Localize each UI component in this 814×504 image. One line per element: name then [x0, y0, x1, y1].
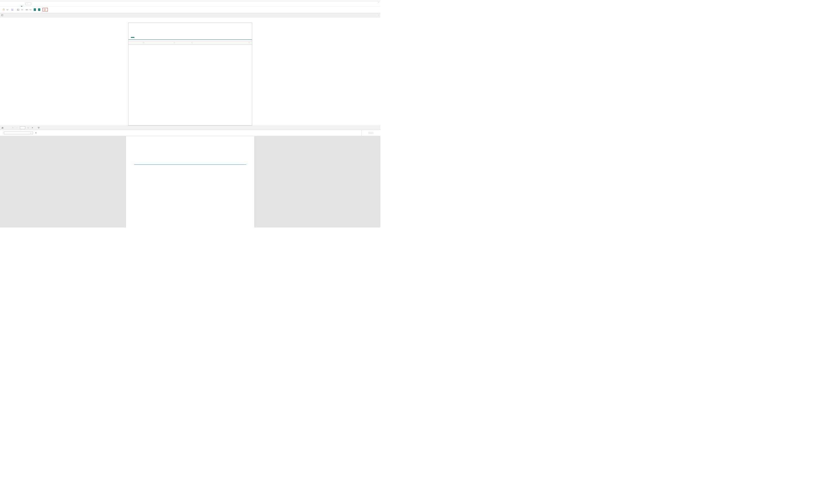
expand-handle-icon[interactable]	[377, 14, 380, 16]
svg-rect-6	[26, 9, 28, 10]
report-col-category	[161, 163, 191, 164]
chart-icon	[1, 127, 3, 129]
tab-view[interactable]	[10, 1, 15, 7]
field-chip-category[interactable]	[174, 42, 176, 43]
view-report-button[interactable]	[368, 132, 374, 134]
show-last-page-checkbox[interactable]	[38, 8, 41, 11]
preview-canvas[interactable]	[0, 136, 380, 228]
mode-button[interactable]	[25, 2, 31, 5]
prev-page-button[interactable]	[16, 126, 18, 129]
menu-tabs	[0, 1, 380, 7]
report-col-opp	[191, 163, 219, 164]
view-report-panel	[361, 130, 380, 136]
field-chip-opp[interactable]	[191, 42, 193, 43]
pager	[12, 126, 33, 129]
field-chip-icon	[191, 42, 193, 43]
field-chip-state[interactable]	[143, 42, 145, 43]
svg-rect-16	[2, 128, 2, 129]
textbox-button[interactable]: A	[11, 8, 15, 11]
checkbox-checked-icon	[38, 8, 40, 11]
svg-rect-14	[191, 42, 193, 43]
preview-page	[126, 136, 254, 228]
show-first-page-checkbox[interactable]	[34, 8, 36, 11]
design-table[interactable]	[128, 40, 252, 44]
tab-home[interactable]	[6, 1, 10, 7]
svg-point-5	[18, 9, 18, 10]
report-col-forecast	[219, 163, 246, 164]
design-page[interactable]	[128, 23, 252, 125]
parameter-bar: ✕	[0, 130, 380, 136]
parameters-button[interactable]	[38, 127, 40, 129]
ribbon-toolbar: A	[0, 7, 380, 13]
report-col-state	[134, 163, 161, 164]
chevron-down-icon	[6, 9, 8, 11]
param-state-dropdown[interactable]	[4, 132, 33, 134]
header-doc-icon	[3, 9, 5, 11]
checkbox-checked-icon	[34, 8, 36, 11]
filter-icon	[38, 127, 40, 129]
pencil-icon	[27, 3, 28, 4]
field-chip-icon	[249, 42, 250, 43]
expand-handle-icon[interactable]	[377, 1, 380, 4]
header-button[interactable]	[2, 8, 9, 11]
chevron-down-icon	[30, 132, 32, 134]
svg-text:A: A	[12, 9, 13, 10]
field-icon	[26, 9, 28, 11]
svg-rect-1	[3, 9, 5, 9]
editor-icon	[1, 14, 3, 16]
editor-section-header	[0, 13, 380, 18]
field-button[interactable]	[25, 8, 32, 11]
close-icon	[44, 9, 46, 11]
field-chip-icon	[174, 42, 175, 43]
textbox-icon: A	[11, 9, 13, 11]
first-page-button[interactable]	[12, 126, 14, 129]
tab-header[interactable]	[19, 1, 24, 7]
header-band[interactable]	[128, 39, 252, 45]
svg-rect-18	[3, 127, 3, 129]
design-body-area[interactable]	[128, 45, 252, 66]
editor-canvas[interactable]	[0, 17, 380, 125]
svg-rect-13	[174, 42, 175, 43]
last-page-button[interactable]	[31, 126, 33, 129]
preview-section-header	[0, 126, 380, 130]
svg-rect-12	[143, 42, 144, 43]
image-button[interactable]	[17, 8, 24, 11]
chevron-down-icon	[29, 3, 30, 5]
field-chip-forecast[interactable]	[249, 42, 251, 43]
tab-insert[interactable]	[15, 1, 19, 7]
clear-param-button[interactable]: ✕	[35, 132, 37, 134]
close-header-button[interactable]	[42, 8, 48, 11]
chevron-down-icon	[29, 9, 31, 11]
tab-file[interactable]	[1, 1, 6, 7]
svg-rect-9	[1, 14, 3, 16]
svg-rect-15	[249, 42, 250, 43]
page-number-input[interactable]	[20, 126, 26, 129]
image-icon	[17, 9, 19, 11]
chevron-down-icon	[21, 9, 23, 11]
report-table	[134, 163, 246, 165]
header-badge	[131, 37, 134, 38]
field-chip-icon	[143, 42, 144, 43]
next-page-button[interactable]	[27, 126, 29, 129]
